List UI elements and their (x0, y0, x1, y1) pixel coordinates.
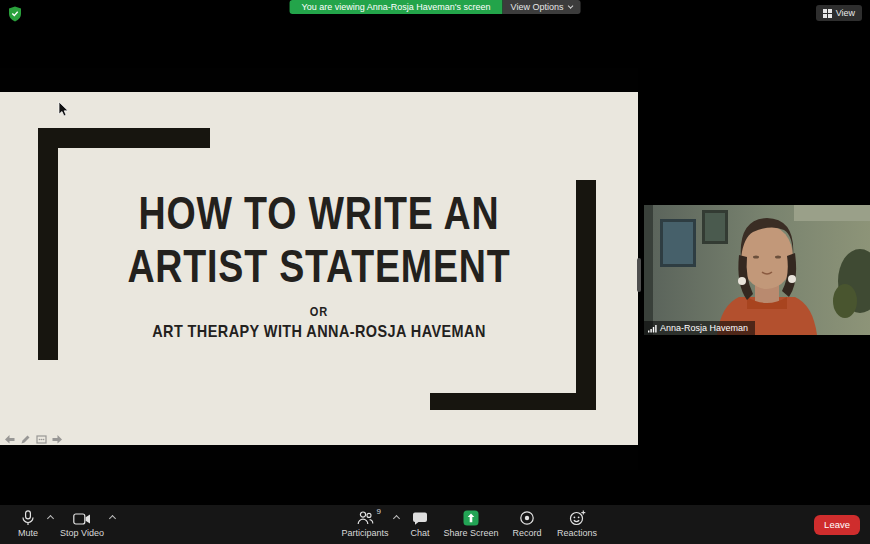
zoom-meeting-window: You are viewing Anna-Rosja Haveman's scr… (0, 0, 870, 544)
stop-video-label: Stop Video (60, 528, 104, 538)
participants-label: Participants (341, 528, 388, 538)
reactions-icon (569, 510, 586, 526)
chat-button[interactable]: Chat (402, 510, 438, 538)
participants-count-badge: 9 (377, 507, 381, 517)
participant-video[interactable]: Anna-Rosja Haveman (644, 205, 870, 335)
view-button[interactable]: View (816, 5, 862, 21)
mute-button[interactable]: Mute (10, 510, 46, 538)
camera-icon (73, 510, 91, 526)
participant-webcam-image (644, 205, 870, 335)
leave-button[interactable]: Leave (814, 515, 860, 535)
shared-screen-region: HOW TO WRITE AN ARTIST STATEMENT OR ART … (0, 68, 638, 470)
participants-icon: 9 (356, 510, 374, 526)
presenter-nav-toolbar (4, 434, 63, 445)
participants-button[interactable]: 9 Participants (338, 510, 392, 538)
slide-menu-icon (36, 434, 47, 445)
reactions-label: Reactions (557, 528, 597, 538)
mouse-cursor (58, 102, 70, 118)
record-icon (519, 510, 535, 526)
next-slide-arrow-icon (52, 434, 63, 445)
pen-tool-icon (20, 434, 31, 445)
mute-label: Mute (18, 528, 38, 538)
record-button[interactable]: Record (506, 510, 548, 538)
screen-viewing-banner: You are viewing Anna-Rosja Haveman's scr… (290, 0, 581, 14)
scrollbar-thumb[interactable] (637, 258, 641, 292)
chevron-down-icon (568, 3, 574, 9)
slide-decoration-bottom-right-vertical (576, 180, 596, 410)
view-label: View (836, 8, 855, 18)
slide-title-line1: HOW TO WRITE AN (64, 186, 574, 239)
slide-decoration-bottom-right-horizontal (430, 393, 596, 410)
view-options-label: View Options (511, 0, 564, 14)
video-name-badge: Anna-Rosja Haveman (644, 321, 755, 335)
audio-level-icon (648, 324, 657, 333)
encryption-shield-icon (8, 6, 22, 22)
slide-decoration-top-left-horizontal (38, 128, 210, 148)
mute-options-chevron-icon[interactable] (47, 515, 54, 522)
view-grid-icon (823, 9, 832, 18)
participant-name-label: Anna-Rosja Haveman (660, 323, 748, 333)
view-options-button[interactable]: View Options (503, 0, 581, 14)
stop-video-button[interactable]: Stop Video (56, 510, 108, 538)
prev-slide-arrow-icon (4, 434, 15, 445)
meeting-toolbar: Mute Stop Video 9 (0, 505, 870, 544)
slide-title: HOW TO WRITE AN ARTIST STATEMENT (64, 186, 574, 292)
record-label: Record (512, 528, 541, 538)
slide-or-text: OR (48, 304, 590, 319)
slide-subtitle: ART THERAPY WITH ANNA-ROSJA HAVEMAN (48, 322, 590, 342)
presentation-slide: HOW TO WRITE AN ARTIST STATEMENT OR ART … (0, 92, 638, 445)
participants-options-chevron-icon[interactable] (393, 515, 400, 522)
chat-label: Chat (410, 528, 429, 538)
share-screen-icon (463, 510, 479, 526)
microphone-icon (20, 510, 36, 526)
reactions-button[interactable]: Reactions (552, 510, 602, 538)
share-screen-label: Share Screen (443, 528, 498, 538)
slide-title-line2: ARTIST STATEMENT (64, 239, 574, 292)
viewing-banner-text: You are viewing Anna-Rosja Haveman's scr… (290, 0, 503, 14)
video-options-chevron-icon[interactable] (109, 515, 116, 522)
chat-bubble-icon (412, 510, 428, 526)
share-screen-button[interactable]: Share Screen (442, 510, 500, 538)
